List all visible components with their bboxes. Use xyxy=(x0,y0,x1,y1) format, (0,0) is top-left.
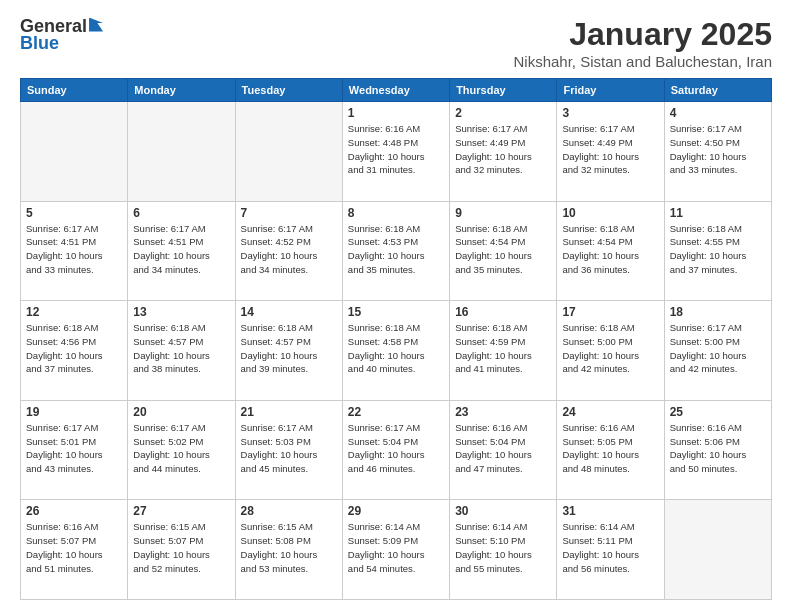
day-number: 15 xyxy=(348,305,444,319)
day-number: 29 xyxy=(348,504,444,518)
day-info: Sunrise: 6:17 AM Sunset: 4:51 PM Dayligh… xyxy=(133,222,229,277)
day-number: 24 xyxy=(562,405,658,419)
day-number: 28 xyxy=(241,504,337,518)
day-number: 27 xyxy=(133,504,229,518)
day-info: Sunrise: 6:17 AM Sunset: 4:49 PM Dayligh… xyxy=(455,122,551,177)
weekday-header-saturday: Saturday xyxy=(664,79,771,102)
day-info: Sunrise: 6:18 AM Sunset: 5:00 PM Dayligh… xyxy=(562,321,658,376)
weekday-header-thursday: Thursday xyxy=(450,79,557,102)
calendar-cell: 11Sunrise: 6:18 AM Sunset: 4:55 PM Dayli… xyxy=(664,201,771,301)
day-number: 25 xyxy=(670,405,766,419)
calendar-cell: 28Sunrise: 6:15 AM Sunset: 5:08 PM Dayli… xyxy=(235,500,342,600)
day-info: Sunrise: 6:18 AM Sunset: 4:53 PM Dayligh… xyxy=(348,222,444,277)
month-title: January 2025 xyxy=(514,16,773,53)
day-number: 12 xyxy=(26,305,122,319)
calendar-cell: 21Sunrise: 6:17 AM Sunset: 5:03 PM Dayli… xyxy=(235,400,342,500)
day-number: 19 xyxy=(26,405,122,419)
weekday-header-row: SundayMondayTuesdayWednesdayThursdayFrid… xyxy=(21,79,772,102)
weekday-header-sunday: Sunday xyxy=(21,79,128,102)
title-block: January 2025 Nikshahr, Sistan and Baluch… xyxy=(514,16,773,70)
day-info: Sunrise: 6:16 AM Sunset: 5:04 PM Dayligh… xyxy=(455,421,551,476)
day-number: 26 xyxy=(26,504,122,518)
logo-blue-text: Blue xyxy=(20,33,59,54)
day-info: Sunrise: 6:17 AM Sunset: 5:04 PM Dayligh… xyxy=(348,421,444,476)
day-number: 17 xyxy=(562,305,658,319)
day-number: 8 xyxy=(348,206,444,220)
day-info: Sunrise: 6:14 AM Sunset: 5:09 PM Dayligh… xyxy=(348,520,444,575)
calendar-cell: 18Sunrise: 6:17 AM Sunset: 5:00 PM Dayli… xyxy=(664,301,771,401)
calendar-cell: 19Sunrise: 6:17 AM Sunset: 5:01 PM Dayli… xyxy=(21,400,128,500)
weekday-header-wednesday: Wednesday xyxy=(342,79,449,102)
day-info: Sunrise: 6:16 AM Sunset: 5:06 PM Dayligh… xyxy=(670,421,766,476)
calendar-cell: 29Sunrise: 6:14 AM Sunset: 5:09 PM Dayli… xyxy=(342,500,449,600)
day-info: Sunrise: 6:18 AM Sunset: 4:56 PM Dayligh… xyxy=(26,321,122,376)
calendar-cell xyxy=(664,500,771,600)
weekday-header-tuesday: Tuesday xyxy=(235,79,342,102)
calendar-cell xyxy=(128,102,235,202)
day-info: Sunrise: 6:18 AM Sunset: 4:59 PM Dayligh… xyxy=(455,321,551,376)
calendar-cell: 10Sunrise: 6:18 AM Sunset: 4:54 PM Dayli… xyxy=(557,201,664,301)
day-number: 4 xyxy=(670,106,766,120)
calendar-cell: 25Sunrise: 6:16 AM Sunset: 5:06 PM Dayli… xyxy=(664,400,771,500)
day-info: Sunrise: 6:17 AM Sunset: 4:52 PM Dayligh… xyxy=(241,222,337,277)
day-info: Sunrise: 6:18 AM Sunset: 4:54 PM Dayligh… xyxy=(562,222,658,277)
calendar-cell: 20Sunrise: 6:17 AM Sunset: 5:02 PM Dayli… xyxy=(128,400,235,500)
day-number: 6 xyxy=(133,206,229,220)
day-info: Sunrise: 6:14 AM Sunset: 5:11 PM Dayligh… xyxy=(562,520,658,575)
day-info: Sunrise: 6:17 AM Sunset: 5:01 PM Dayligh… xyxy=(26,421,122,476)
calendar-week-row: 26Sunrise: 6:16 AM Sunset: 5:07 PM Dayli… xyxy=(21,500,772,600)
day-info: Sunrise: 6:17 AM Sunset: 4:50 PM Dayligh… xyxy=(670,122,766,177)
header: General Blue January 2025 Nikshahr, Sist… xyxy=(20,16,772,70)
day-number: 30 xyxy=(455,504,551,518)
calendar-cell: 7Sunrise: 6:17 AM Sunset: 4:52 PM Daylig… xyxy=(235,201,342,301)
day-info: Sunrise: 6:17 AM Sunset: 5:00 PM Dayligh… xyxy=(670,321,766,376)
calendar-week-row: 12Sunrise: 6:18 AM Sunset: 4:56 PM Dayli… xyxy=(21,301,772,401)
location: Nikshahr, Sistan and Baluchestan, Iran xyxy=(514,53,773,70)
day-info: Sunrise: 6:18 AM Sunset: 4:54 PM Dayligh… xyxy=(455,222,551,277)
logo-icon xyxy=(89,18,103,32)
calendar-cell xyxy=(235,102,342,202)
day-number: 20 xyxy=(133,405,229,419)
day-number: 2 xyxy=(455,106,551,120)
day-number: 14 xyxy=(241,305,337,319)
page: General Blue January 2025 Nikshahr, Sist… xyxy=(0,0,792,612)
calendar-cell: 4Sunrise: 6:17 AM Sunset: 4:50 PM Daylig… xyxy=(664,102,771,202)
day-info: Sunrise: 6:16 AM Sunset: 5:07 PM Dayligh… xyxy=(26,520,122,575)
calendar-cell: 15Sunrise: 6:18 AM Sunset: 4:58 PM Dayli… xyxy=(342,301,449,401)
day-number: 7 xyxy=(241,206,337,220)
calendar-week-row: 19Sunrise: 6:17 AM Sunset: 5:01 PM Dayli… xyxy=(21,400,772,500)
calendar-cell: 27Sunrise: 6:15 AM Sunset: 5:07 PM Dayli… xyxy=(128,500,235,600)
calendar-cell xyxy=(21,102,128,202)
calendar-cell: 5Sunrise: 6:17 AM Sunset: 4:51 PM Daylig… xyxy=(21,201,128,301)
day-number: 16 xyxy=(455,305,551,319)
day-info: Sunrise: 6:15 AM Sunset: 5:07 PM Dayligh… xyxy=(133,520,229,575)
calendar-cell: 16Sunrise: 6:18 AM Sunset: 4:59 PM Dayli… xyxy=(450,301,557,401)
calendar-cell: 13Sunrise: 6:18 AM Sunset: 4:57 PM Dayli… xyxy=(128,301,235,401)
day-info: Sunrise: 6:18 AM Sunset: 4:58 PM Dayligh… xyxy=(348,321,444,376)
calendar-cell: 31Sunrise: 6:14 AM Sunset: 5:11 PM Dayli… xyxy=(557,500,664,600)
calendar-cell: 17Sunrise: 6:18 AM Sunset: 5:00 PM Dayli… xyxy=(557,301,664,401)
day-info: Sunrise: 6:16 AM Sunset: 4:48 PM Dayligh… xyxy=(348,122,444,177)
day-info: Sunrise: 6:14 AM Sunset: 5:10 PM Dayligh… xyxy=(455,520,551,575)
day-number: 18 xyxy=(670,305,766,319)
day-info: Sunrise: 6:17 AM Sunset: 4:51 PM Dayligh… xyxy=(26,222,122,277)
calendar-cell: 30Sunrise: 6:14 AM Sunset: 5:10 PM Dayli… xyxy=(450,500,557,600)
day-number: 11 xyxy=(670,206,766,220)
calendar-week-row: 5Sunrise: 6:17 AM Sunset: 4:51 PM Daylig… xyxy=(21,201,772,301)
calendar-cell: 3Sunrise: 6:17 AM Sunset: 4:49 PM Daylig… xyxy=(557,102,664,202)
day-info: Sunrise: 6:18 AM Sunset: 4:57 PM Dayligh… xyxy=(133,321,229,376)
day-number: 13 xyxy=(133,305,229,319)
weekday-header-friday: Friday xyxy=(557,79,664,102)
calendar-cell: 6Sunrise: 6:17 AM Sunset: 4:51 PM Daylig… xyxy=(128,201,235,301)
day-number: 5 xyxy=(26,206,122,220)
day-number: 3 xyxy=(562,106,658,120)
day-number: 21 xyxy=(241,405,337,419)
day-info: Sunrise: 6:17 AM Sunset: 5:02 PM Dayligh… xyxy=(133,421,229,476)
day-info: Sunrise: 6:18 AM Sunset: 4:55 PM Dayligh… xyxy=(670,222,766,277)
day-info: Sunrise: 6:15 AM Sunset: 5:08 PM Dayligh… xyxy=(241,520,337,575)
calendar-cell: 26Sunrise: 6:16 AM Sunset: 5:07 PM Dayli… xyxy=(21,500,128,600)
day-info: Sunrise: 6:17 AM Sunset: 4:49 PM Dayligh… xyxy=(562,122,658,177)
calendar-cell: 9Sunrise: 6:18 AM Sunset: 4:54 PM Daylig… xyxy=(450,201,557,301)
day-number: 23 xyxy=(455,405,551,419)
day-number: 22 xyxy=(348,405,444,419)
